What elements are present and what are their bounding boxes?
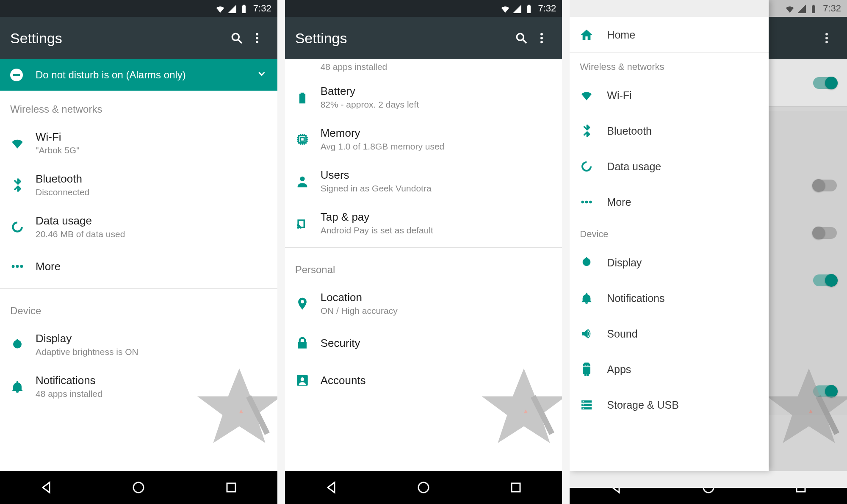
row-more[interactable]: More <box>0 248 277 285</box>
android-icon <box>580 363 607 376</box>
row-battery[interactable]: Battery 82% - approx. 2 days left <box>285 76 562 118</box>
wifi-icon <box>580 89 607 102</box>
phone-screen-2: 7:32 Settings 48 apps installed Battery … <box>285 0 562 504</box>
row-subtitle: 82% - approx. 2 days left <box>321 100 419 110</box>
more-icon <box>10 259 36 274</box>
row-subtitle: 48 apps installed <box>36 389 102 399</box>
search-button[interactable] <box>227 28 247 48</box>
lock-icon <box>295 336 321 350</box>
status-time: 7:32 <box>253 3 271 14</box>
row-wifi[interactable]: Wi-Fi "Arbok 5G" <box>0 122 277 164</box>
row-users[interactable]: Users Signed in as Geek Vundotra <box>285 160 562 202</box>
wifi-icon <box>10 136 36 150</box>
row-title: Users <box>321 169 432 182</box>
app-bar: Settings <box>285 17 562 59</box>
nav-drawer[interactable]: Home Wireless & networks Wi-Fi Bluetooth… <box>570 0 769 471</box>
page-title: Settings <box>295 30 512 47</box>
settings-list[interactable]: 48 apps installed Battery 82% - approx. … <box>285 59 562 471</box>
battery-icon <box>295 90 321 105</box>
settings-list[interactable]: Wireless & networks Wi-Fi "Arbok 5G" Blu… <box>0 91 277 471</box>
svg-marker-26 <box>524 410 528 413</box>
row-security[interactable]: Security <box>285 324 562 362</box>
row-subtitle: ON / High accuracy <box>321 306 398 316</box>
row-display[interactable]: Display Adaptive brightness is ON <box>0 324 277 366</box>
drawer-item-display[interactable]: Display <box>570 245 769 280</box>
status-time: 7:32 <box>538 3 556 14</box>
overflow-menu-button[interactable] <box>247 28 267 48</box>
bell-icon <box>580 291 607 305</box>
nav-back-button[interactable] <box>33 475 59 500</box>
drawer-label: Data usage <box>607 161 661 173</box>
data-usage-icon <box>580 160 607 173</box>
search-button[interactable] <box>511 28 531 48</box>
drawer-label: Storage & USB <box>607 399 679 411</box>
truncated-row-sub: 48 apps installed <box>285 59 562 76</box>
drawer-label: More <box>607 196 631 208</box>
user-icon <box>295 174 321 188</box>
location-icon <box>295 296 321 311</box>
row-location[interactable]: Location ON / High accuracy <box>285 282 562 324</box>
drawer-item-notifications[interactable]: Notifications <box>570 280 769 316</box>
switch-off[interactable] <box>813 227 837 239</box>
drawer-label: Sound <box>607 328 637 340</box>
switch-off[interactable] <box>813 180 837 191</box>
row-bluetooth[interactable]: Bluetooth Disconnected <box>0 164 277 206</box>
nav-home-button[interactable] <box>126 475 151 500</box>
drawer-item-more[interactable]: More <box>570 184 769 220</box>
drawer-item-bluetooth[interactable]: Bluetooth <box>570 113 769 149</box>
drawer-item-apps[interactable]: Apps <box>570 352 769 387</box>
section-wireless: Wireless & networks <box>0 91 277 122</box>
phone-screen-1: 7:32 Settings Do not disturb is on (Alar… <box>0 0 277 504</box>
row-tap-pay[interactable]: Tap & pay Android Pay is set as default <box>285 202 562 244</box>
bluetooth-icon <box>10 178 36 192</box>
drawer-item-home[interactable]: Home <box>570 17 769 53</box>
drawer-item-storage[interactable]: Storage & USB <box>570 387 769 423</box>
row-subtitle: Disconnected <box>36 187 89 197</box>
drawer-label: Wi-Fi <box>607 89 631 102</box>
nav-back-button[interactable] <box>318 475 344 500</box>
nav-recent-button[interactable] <box>219 475 244 500</box>
memory-icon <box>295 132 321 147</box>
svg-point-27 <box>418 482 429 493</box>
drawer-label: Home <box>607 29 635 41</box>
overflow-menu-button[interactable] <box>531 28 552 48</box>
dnd-banner[interactable]: Do not disturb is on (Alarms only) <box>0 59 277 91</box>
status-bar: 7:32 <box>0 0 277 17</box>
dnd-text: Do not disturb is on (Alarms only) <box>36 69 186 81</box>
switch-on[interactable] <box>813 274 837 286</box>
overflow-menu-button[interactable] <box>817 28 837 48</box>
battery-status-icon <box>808 4 818 13</box>
row-subtitle: Avg 1.0 of 1.8GB memory used <box>321 141 445 152</box>
sound-icon <box>580 327 607 341</box>
wifi-switch[interactable] <box>813 77 837 89</box>
drawer-label: Notifications <box>607 292 664 305</box>
section-personal: Personal <box>285 251 562 282</box>
drawer-item-sound[interactable]: Sound <box>570 316 769 352</box>
row-subtitle: Signed in as Geek Vundotra <box>321 183 432 194</box>
page-title: Settings <box>10 30 227 47</box>
wifi-status-icon <box>215 4 224 13</box>
drawer-item-data-usage[interactable]: Data usage <box>570 149 769 184</box>
battery-status-icon <box>524 4 533 13</box>
row-title: Accounts <box>321 374 366 387</box>
switch-on[interactable] <box>813 385 837 397</box>
row-title: Memory <box>321 127 445 140</box>
nav-recent-button[interactable] <box>503 475 529 500</box>
signal-status-icon <box>227 4 236 13</box>
drawer-header-device: Device <box>570 220 769 245</box>
drawer-label: Apps <box>607 363 631 376</box>
row-title: Tap & pay <box>321 210 433 224</box>
row-memory[interactable]: Memory Avg 1.0 of 1.8GB memory used <box>285 118 562 160</box>
drawer-label: Bluetooth <box>607 125 652 137</box>
nav-home-button[interactable] <box>411 475 436 500</box>
row-notifications[interactable]: Notifications 48 apps installed <box>0 366 277 407</box>
row-accounts[interactable]: Accounts <box>285 362 562 399</box>
drawer-item-wifi[interactable]: Wi-Fi <box>570 78 769 113</box>
display-icon <box>10 338 36 352</box>
row-data-usage[interactable]: Data usage 20.46 MB of data used <box>0 206 277 248</box>
svg-point-23 <box>133 482 144 493</box>
row-title: Data usage <box>36 214 125 227</box>
svg-marker-22 <box>239 410 243 413</box>
divider <box>0 288 277 289</box>
row-title: Battery <box>321 85 419 98</box>
